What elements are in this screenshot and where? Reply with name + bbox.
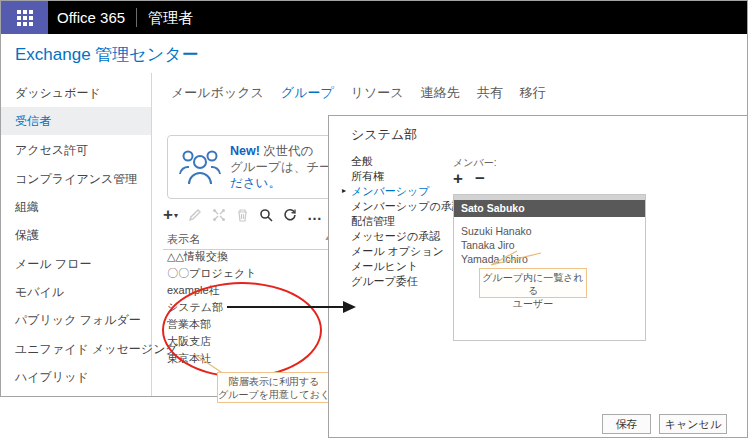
- edit-icon[interactable]: [188, 208, 202, 222]
- add-member-button[interactable]: +: [453, 170, 463, 188]
- red-oval-annotation: [162, 282, 322, 378]
- app-launcher-button[interactable]: [1, 1, 48, 34]
- topbar-divider: [136, 8, 137, 27]
- dialog-nav-mailtips[interactable]: メールヒント: [351, 259, 418, 273]
- office365-topbar: Office 365 管理者: [1, 1, 747, 34]
- members-label: メンバー:: [453, 156, 496, 170]
- dialog-nav-membership[interactable]: ▸ メンバーシップ: [351, 184, 430, 198]
- sidebar-item-permissions[interactable]: アクセス許可: [1, 136, 151, 164]
- group-row[interactable]: △△情報交換: [167, 248, 228, 264]
- arrow-annotation: [226, 299, 358, 315]
- search-icon[interactable]: [259, 208, 273, 222]
- tab-shared[interactable]: 共有: [477, 84, 503, 102]
- member-row[interactable]: Yamada Ichiro: [454, 252, 645, 266]
- callout-listed-users: グループ内に一覧される ユーザー: [479, 268, 587, 298]
- new-badge: New!: [230, 144, 260, 158]
- tab-groups[interactable]: グループ: [281, 84, 334, 102]
- remove-member-button[interactable]: −: [475, 170, 485, 188]
- sidebar-item-protection[interactable]: 保護: [1, 221, 151, 249]
- tab-resources[interactable]: リソース: [351, 84, 404, 102]
- selected-marker-icon: ▸: [342, 184, 346, 198]
- tab-mailboxes[interactable]: メールボックス: [171, 84, 264, 102]
- dialog-nav-general[interactable]: 全般: [351, 154, 373, 168]
- delete-trash-icon[interactable]: [236, 208, 249, 222]
- admin-context-label[interactable]: 管理者: [148, 9, 193, 28]
- callout-leader-line: [487, 249, 543, 269]
- table-header[interactable]: 表示名 ▲: [163, 230, 337, 250]
- brand-label[interactable]: Office 365: [57, 9, 125, 26]
- waffle-icon: [17, 10, 33, 26]
- sidebar-item-recipients[interactable]: 受信者: [1, 107, 151, 135]
- sidebar-item-dashboard[interactable]: ダッシュボード: [1, 79, 151, 107]
- save-button[interactable]: 保存: [602, 414, 651, 434]
- group-row[interactable]: 〇〇プロジェクト: [167, 265, 257, 281]
- tab-contacts[interactable]: 連絡先: [421, 84, 460, 102]
- dialog-nav-membership-approval[interactable]: メンバーシップの承認: [351, 199, 463, 213]
- dialog-nav-message-approval[interactable]: メッセージの承認: [351, 229, 440, 243]
- groups-toolbar: +▾: [163, 205, 323, 225]
- dialog-nav-delegation[interactable]: グループ委任: [351, 274, 418, 288]
- sidebar-item-mail-flow[interactable]: メール フロー: [1, 250, 151, 278]
- screen: Office 365 管理者 Exchange 管理センター ダッシュボード 受…: [0, 0, 750, 441]
- dialog-nav-delivery[interactable]: 配信管理: [351, 214, 395, 228]
- sidebar-item-public-folders[interactable]: パブリック フォルダー: [1, 306, 151, 334]
- column-display-name: 表示名: [167, 232, 200, 247]
- more-options-button[interactable]: …: [307, 211, 323, 219]
- dialog-title: システム部: [351, 126, 417, 144]
- tab-migration[interactable]: 移行: [520, 84, 546, 102]
- unlink-icon[interactable]: [212, 208, 226, 222]
- member-row-selected[interactable]: Sato Sabuko: [454, 200, 645, 217]
- sidebar-item-unified-messaging[interactable]: ユニファイド メッセージング: [1, 335, 151, 363]
- sidebar-item-mobile[interactable]: モバイル: [1, 278, 151, 306]
- sidebar: ダッシュボード 受信者 アクセス許可 コンプライアンス管理 組織 保護 メール …: [1, 73, 152, 396]
- member-row[interactable]: Tanaka Jiro: [454, 238, 645, 252]
- page-title: Exchange 管理センター: [15, 43, 199, 66]
- cancel-button[interactable]: キャンセル: [659, 414, 727, 434]
- callout-prepare-groups: 階層表示に利用する グループを用意しておく: [217, 372, 331, 403]
- dialog-nav-mail-options[interactable]: メール オプション: [351, 244, 444, 258]
- sidebar-item-compliance[interactable]: コンプライアンス管理: [1, 165, 151, 193]
- dialog-nav-ownership[interactable]: 所有権: [351, 169, 384, 183]
- recipient-tabs: メールボックス グループ リソース 連絡先 共有 移行: [171, 84, 546, 102]
- people-group-icon: [178, 147, 222, 191]
- group-properties-dialog: システム部 全般 所有権 ▸ メンバーシップ メンバーシップの承認 配信管理 メ…: [328, 115, 748, 438]
- new-group-button[interactable]: +▾: [163, 207, 178, 223]
- refresh-icon[interactable]: [283, 208, 297, 222]
- chevron-down-icon: ▾: [174, 211, 178, 220]
- member-row[interactable]: Suzuki Hanako: [454, 224, 645, 238]
- sidebar-item-organization[interactable]: 組織: [1, 193, 151, 221]
- sidebar-item-hybrid[interactable]: ハイブリッド: [1, 363, 151, 391]
